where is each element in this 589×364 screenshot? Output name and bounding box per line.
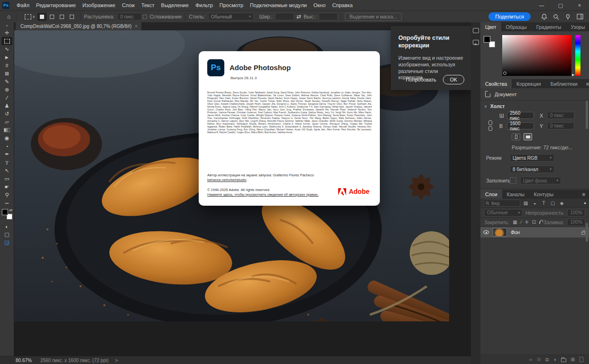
status-options-chevron[interactable]: >: [115, 358, 118, 363]
minimize-icon[interactable]: —: [532, 0, 551, 10]
layer-row-background[interactable]: Фон: [480, 227, 589, 237]
share-button[interactable]: Поделиться: [488, 12, 531, 21]
hue-slider-marker[interactable]: ▶: [572, 73, 574, 77]
menu-select[interactable]: Выделение: [158, 1, 192, 9]
fill-color-swatch[interactable]: [510, 177, 516, 184]
try-button[interactable]: Попробовать: [406, 77, 436, 82]
foreground-color-swatch[interactable]: [484, 36, 490, 43]
layer-fill-input[interactable]: 100%: [567, 218, 585, 226]
visibility-eye-icon[interactable]: [483, 230, 489, 234]
selection-mode-add-button[interactable]: [47, 13, 56, 21]
history-brush-tool[interactable]: ↺: [1, 110, 12, 118]
document-tab[interactable]: CompDeskWalCol-2968_050.jpg @ 80,7% (RGB…: [16, 22, 141, 30]
blur-tool[interactable]: ◉: [1, 134, 12, 142]
tab-swatches[interactable]: Образцы: [501, 22, 532, 31]
feather-input[interactable]: 0 пикс: [117, 13, 142, 20]
toolbar-collapse-icon[interactable]: »: [6, 22, 8, 29]
lock-artboard-icon[interactable]: ⊡: [532, 219, 536, 225]
marquee-tool[interactable]: [1, 37, 12, 45]
artwork-link[interactable]: behance.net/orbehstudio: [207, 178, 247, 182]
color-panel-swatches[interactable]: [484, 36, 495, 47]
layer-mask-icon[interactable]: ◘: [546, 357, 549, 362]
workspace-icon[interactable]: [577, 14, 583, 19]
menu-layers[interactable]: Слои: [119, 1, 138, 9]
maximize-icon[interactable]: ▢: [551, 0, 570, 10]
close-icon[interactable]: ×: [570, 0, 589, 10]
object-selection-tool[interactable]: ▶: [1, 53, 12, 61]
color-picker-marker[interactable]: [503, 72, 506, 75]
bit-depth-dropdown[interactable]: 8 бит/канал▾: [510, 165, 554, 173]
filter-toggle-icon[interactable]: ●: [584, 201, 586, 205]
menu-file[interactable]: Файл: [13, 1, 33, 9]
panel-menu-icon[interactable]: ≡: [579, 190, 589, 199]
menu-window[interactable]: Окно: [310, 1, 329, 9]
adjustment-layer-icon[interactable]: ◑: [553, 357, 556, 362]
hue-slider[interactable]: [575, 35, 580, 76]
selection-mode-subtract-button[interactable]: [57, 13, 66, 21]
menu-plugins[interactable]: Подключаемые модули: [247, 1, 310, 9]
new-group-icon[interactable]: [561, 358, 566, 362]
tab-close-icon[interactable]: ×: [135, 24, 138, 29]
crop-tool[interactable]: #: [1, 61, 12, 69]
learn-panel-icon[interactable]: [473, 28, 479, 33]
tab-paths[interactable]: Контуры: [529, 190, 558, 199]
width-input[interactable]: [275, 13, 294, 20]
capture-button[interactable]: ◲: [1, 238, 12, 246]
color-swatches[interactable]: ⇄: [2, 209, 12, 219]
saturation-brightness-field[interactable]: [502, 35, 571, 76]
menu-type[interactable]: Текст: [138, 1, 158, 9]
tab-libraries[interactable]: Библиотеки: [546, 79, 582, 88]
selection-mode-new-button[interactable]: [37, 13, 46, 21]
fill-dropdown[interactable]: Цвет фона▾: [520, 177, 561, 184]
lock-position-icon[interactable]: ✛: [525, 219, 528, 225]
pen-tool[interactable]: ✒: [1, 150, 12, 158]
zoom-tool[interactable]: ⚲: [1, 191, 12, 199]
filter-pixel-layers-icon[interactable]: ▨: [522, 200, 529, 206]
zoom-level-field[interactable]: 80.67%: [16, 358, 32, 363]
opacity-input[interactable]: 100%: [567, 209, 585, 217]
lock-all-icon[interactable]: [539, 221, 540, 224]
style-dropdown[interactable]: Обычный▾: [208, 13, 254, 20]
tab-channels[interactable]: Каналы: [502, 190, 529, 199]
layer-filter-dropdown[interactable]: Вид: [483, 200, 520, 207]
link-layers-icon[interactable]: ∞: [529, 357, 533, 362]
properties-scrollbar[interactable]: [586, 100, 588, 129]
layer-lock-icon[interactable]: [581, 232, 585, 235]
chevron-down-icon[interactable]: ∨: [32, 15, 35, 19]
eyedropper-tool[interactable]: ✎: [1, 78, 12, 86]
layer-name[interactable]: Фон: [511, 230, 520, 235]
lock-pixels-icon[interactable]: ∕: [521, 219, 522, 225]
eraser-tool[interactable]: ▱: [1, 118, 12, 126]
menu-view[interactable]: Просмотр: [216, 1, 247, 9]
select-and-mask-button[interactable]: Выделение и маска...: [345, 13, 402, 21]
layers-scrollbar[interactable]: [586, 223, 588, 242]
dodge-tool[interactable]: ◔: [1, 142, 12, 150]
filter-shape-layers-icon[interactable]: ▢: [549, 200, 556, 206]
search-icon[interactable]: [553, 14, 559, 20]
panel-menu-icon[interactable]: ≡: [582, 79, 589, 88]
menu-help[interactable]: Справка: [329, 1, 356, 9]
canvas-width-input[interactable]: 2560 пикс: [507, 112, 534, 119]
home-icon[interactable]: ⌂: [5, 13, 13, 20]
swap-colors-icon[interactable]: ⇄: [9, 208, 13, 212]
bell-icon[interactable]: [541, 14, 547, 20]
tab-patterns[interactable]: Узоры: [566, 22, 589, 31]
foreground-color-swatch[interactable]: [2, 209, 8, 215]
canvas-x-input[interactable]: 0 пикс: [547, 112, 574, 119]
type-tool[interactable]: T: [1, 159, 12, 167]
canvas-y-input[interactable]: 0 пикс: [547, 122, 574, 129]
screen-mode-button[interactable]: ▢: [1, 230, 12, 238]
lock-transparency-icon[interactable]: ▦: [513, 219, 517, 225]
brush-tool[interactable]: ∕: [1, 94, 12, 102]
copyright-link[interactable]: Нажмите здесь, чтобы просмотреть сведени…: [207, 192, 319, 197]
new-layer-icon[interactable]: ⊞: [571, 357, 575, 362]
discover-lightbulb-icon[interactable]: [565, 14, 571, 20]
path-selection-tool[interactable]: ↖: [1, 167, 12, 175]
rectangle-tool[interactable]: ▭: [1, 175, 12, 183]
healing-brush-tool[interactable]: ⊕: [1, 86, 12, 94]
layer-effects-icon[interactable]: fx: [537, 357, 541, 362]
selection-mode-intersect-button[interactable]: [67, 13, 76, 21]
delete-layer-icon[interactable]: [580, 358, 583, 362]
tab-color[interactable]: Цвет: [480, 22, 501, 31]
color-mode-dropdown[interactable]: Цвета RGB▾: [510, 154, 554, 162]
